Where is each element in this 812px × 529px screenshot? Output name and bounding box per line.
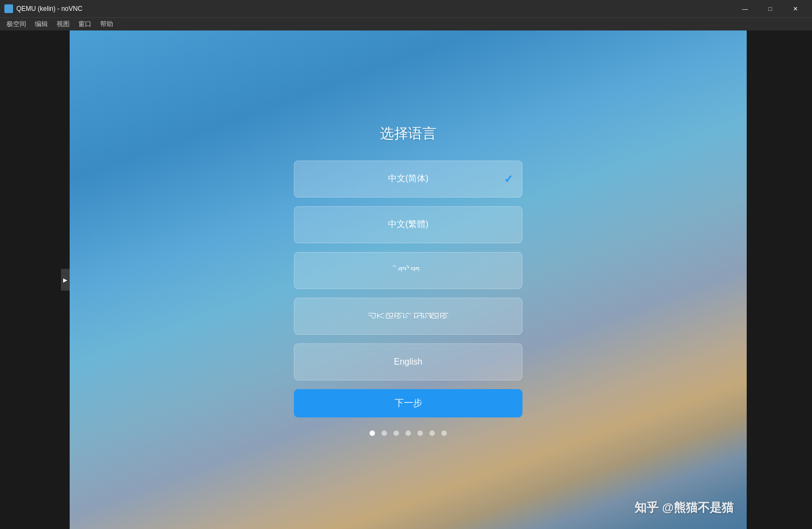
language-option-english[interactable]: English (294, 343, 522, 380)
titlebar: QEMU (kelin) - noVNC — □ ✕ (0, 0, 812, 17)
step-dot-3 (393, 430, 399, 436)
selected-checkmark: ✓ (504, 173, 513, 186)
step-dot-4 (405, 430, 411, 436)
language-option-simplified-chinese[interactable]: 中文(简体) ✓ (294, 161, 522, 198)
sidebar-expand-arrow[interactable]: ▶ (61, 269, 70, 291)
menu-item-view[interactable]: 视图 (52, 19, 74, 30)
step-dot-6 (429, 430, 435, 436)
menu-item-help[interactable]: 帮助 (96, 19, 118, 30)
window-controls: — □ ✕ (733, 0, 808, 17)
language-label: 中文(简体) (388, 173, 429, 184)
language-option-tibetan[interactable]: ཤེས་ཡིག (294, 252, 522, 289)
maximize-button[interactable]: □ (758, 0, 783, 17)
language-selection-container: 选择语言 中文(简体) ✓ 中文(繁體) ཤེས་ཡིག ꡍꡡꡙꡐꡜ ꡒꡤꡙꡐ (294, 124, 522, 436)
language-label: English (394, 357, 422, 367)
step-dot-7 (441, 430, 447, 436)
page-title: 选择语言 (380, 124, 436, 143)
menu-bar: 极空间 编辑 视图 窗口 帮助 (0, 17, 812, 30)
app-icon (4, 4, 13, 13)
right-sidebar (747, 30, 812, 529)
step-indicator (370, 430, 447, 436)
language-label: ꡍꡡꡙꡐꡜ ꡒꡤꡙꡐ (368, 311, 448, 321)
watermark: 知乎 @熊猫不是猫 (635, 500, 734, 516)
close-button[interactable]: ✕ (783, 0, 808, 17)
language-label: ཤེས་ཡིག (397, 266, 419, 275)
step-dot-5 (417, 430, 423, 436)
menu-item-window[interactable]: 窗口 (74, 19, 96, 30)
language-list: 中文(简体) ✓ 中文(繁體) ཤེས་ཡིག ꡍꡡꡙꡐꡜ ꡒꡤꡙꡐ Engli… (294, 161, 522, 380)
menu-item-edit[interactable]: 编辑 (30, 19, 52, 30)
installer-background: 选择语言 中文(简体) ✓ 中文(繁體) ཤེས་ཡིག ꡍꡡꡙꡐꡜ ꡒꡤꡙꡐ (70, 30, 747, 529)
minimize-button[interactable]: — (733, 0, 758, 17)
main-area: ▶ 选择语言 中文(简体) ✓ 中文(繁體) ཤེས་ཡིག (0, 30, 812, 529)
menu-item-workspace[interactable]: 极空间 (2, 19, 30, 30)
step-dot-2 (382, 430, 387, 436)
window-title: QEMU (kelin) - noVNC (16, 5, 733, 13)
step-dot-1 (370, 430, 375, 436)
left-sidebar: ▶ (0, 30, 70, 529)
vnc-panel: 选择语言 中文(简体) ✓ 中文(繁體) ཤེས་ཡིག ꡍꡡꡙꡐꡜ ꡒꡤꡙꡐ (70, 30, 747, 529)
language-option-uyghur[interactable]: ꡍꡡꡙꡐꡜ ꡒꡤꡙꡐ (294, 298, 522, 335)
language-label: 中文(繁體) (388, 219, 429, 230)
language-option-traditional-chinese[interactable]: 中文(繁體) (294, 206, 522, 243)
next-button[interactable]: 下一步 (294, 389, 522, 417)
